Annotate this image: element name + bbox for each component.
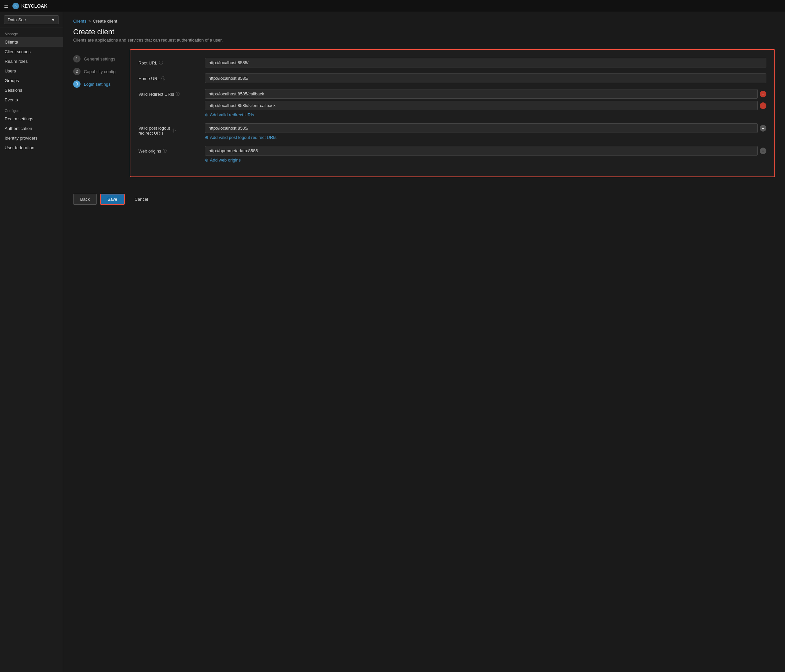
cancel-button[interactable]: Cancel — [128, 194, 155, 205]
valid-redirect-uri-row-1: − — [205, 89, 766, 99]
root-url-row: Root URL ⓘ — [138, 58, 766, 67]
wizard-steps: 1 General settings 2 Capability config 3… — [73, 49, 130, 177]
sidebar-item-clients[interactable]: Clients — [0, 37, 63, 47]
add-post-logout-uri-link[interactable]: ⊕ Add valid post logout redirect URIs — [205, 135, 766, 140]
form-actions: Back Save Cancel — [73, 187, 775, 205]
realm-selector[interactable]: Data-Sec ▼ — [0, 12, 63, 28]
breadcrumb-parent[interactable]: Clients — [73, 19, 86, 23]
step-1-number: 1 — [73, 55, 80, 62]
sidebar: Data-Sec ▼ Manage Clients Client scopes … — [0, 12, 63, 672]
valid-redirect-uri-input-2[interactable] — [205, 101, 758, 110]
remove-web-origins-uri-1-button[interactable]: − — [760, 148, 766, 154]
back-button[interactable]: Back — [73, 194, 97, 205]
sidebar-item-realm-settings[interactable]: Realm settings — [0, 114, 63, 124]
root-url-label: Root URL ⓘ — [138, 58, 205, 66]
hamburger-icon[interactable]: ☰ — [4, 3, 9, 9]
wizard-step-2[interactable]: 2 Capability config — [73, 65, 130, 78]
valid-post-logout-label: Valid post logoutredirect URIs ⓘ — [138, 123, 205, 136]
sidebar-item-user-federation[interactable]: User federation — [0, 143, 63, 153]
home-url-row: Home URL ⓘ — [138, 73, 766, 83]
valid-redirect-uris-control: − − ⊕ Add valid redirect URIs — [205, 89, 766, 117]
home-url-info-icon[interactable]: ⓘ — [161, 76, 165, 81]
valid-redirect-uris-label: Valid redirect URIs ⓘ — [138, 89, 205, 97]
web-origins-row: Web origins ⓘ − ⊕ Add web origins — [138, 146, 766, 162]
sidebar-item-sessions[interactable]: Sessions — [0, 86, 63, 95]
logo-text: KEYCLOAK — [21, 3, 48, 9]
add-web-origins-link[interactable]: ⊕ Add web origins — [205, 157, 766, 162]
valid-redirect-uris-row: Valid redirect URIs ⓘ − − ⊕ — [138, 89, 766, 117]
plus-icon-2: ⊕ — [205, 135, 208, 140]
manage-section-label: Manage — [0, 28, 63, 37]
breadcrumb: Clients > Create client — [73, 19, 775, 23]
breadcrumb-separator: > — [89, 19, 91, 23]
sidebar-item-events[interactable]: Events — [0, 95, 63, 105]
realm-name: Data-Sec — [8, 17, 26, 22]
svg-text:K: K — [14, 4, 17, 8]
web-origins-uri-row-1: − — [205, 146, 766, 156]
home-url-input[interactable] — [205, 73, 766, 83]
form-panel: Root URL ⓘ Home URL ⓘ — [130, 49, 775, 177]
main-layout: Data-Sec ▼ Manage Clients Client scopes … — [0, 12, 785, 672]
step-3-label: Login settings — [84, 82, 110, 87]
home-url-label: Home URL ⓘ — [138, 73, 205, 81]
valid-post-logout-row: Valid post logoutredirect URIs ⓘ − ⊕ Add… — [138, 123, 766, 140]
sidebar-item-authentication[interactable]: Authentication — [0, 124, 63, 133]
valid-redirect-uris-info-icon[interactable]: ⓘ — [176, 91, 180, 97]
web-origins-control: − ⊕ Add web origins — [205, 146, 766, 162]
valid-post-logout-uri-input-1[interactable] — [205, 123, 758, 133]
page-description: Clients are applications and services th… — [73, 37, 775, 42]
breadcrumb-current: Create client — [93, 19, 117, 23]
sidebar-item-client-scopes[interactable]: Client scopes — [0, 47, 63, 56]
valid-redirect-uri-input-1[interactable] — [205, 89, 758, 99]
plus-icon: ⊕ — [205, 112, 208, 117]
dropdown-arrow-icon: ▼ — [51, 17, 55, 22]
sidebar-item-groups[interactable]: Groups — [0, 76, 63, 86]
step-2-number: 2 — [73, 68, 80, 75]
step-2-label: Capability config — [84, 69, 116, 74]
content-area: Clients > Create client Create client Cl… — [63, 12, 785, 672]
sidebar-item-realm-roles[interactable]: Realm roles — [0, 56, 63, 66]
page-title: Create client — [73, 28, 775, 36]
web-origins-uri-input-1[interactable] — [205, 146, 758, 156]
add-valid-redirect-uri-link[interactable]: ⊕ Add valid redirect URIs — [205, 112, 766, 117]
realm-dropdown[interactable]: Data-Sec ▼ — [4, 15, 59, 24]
valid-post-logout-control: − ⊕ Add valid post logout redirect URIs — [205, 123, 766, 140]
web-origins-info-icon[interactable]: ⓘ — [163, 148, 167, 154]
remove-valid-redirect-uri-2-button[interactable]: − — [760, 102, 766, 109]
logo: K KEYCLOAK — [12, 2, 48, 9]
valid-redirect-uri-row-2: − — [205, 101, 766, 110]
step-3-number: 3 — [73, 80, 80, 88]
topbar: ☰ K KEYCLOAK — [0, 0, 785, 12]
wizard-step-1[interactable]: 1 General settings — [73, 53, 130, 65]
wizard-step-3[interactable]: 3 Login settings — [73, 78, 130, 90]
step-1-label: General settings — [84, 56, 116, 61]
remove-post-logout-uri-1-button[interactable]: − — [760, 125, 766, 132]
root-url-control — [205, 58, 766, 67]
remove-valid-redirect-uri-1-button[interactable]: − — [760, 91, 766, 97]
root-url-input[interactable] — [205, 58, 766, 67]
save-button[interactable]: Save — [100, 194, 125, 205]
configure-section-label: Configure — [0, 105, 63, 114]
home-url-control — [205, 73, 766, 83]
web-origins-label: Web origins ⓘ — [138, 146, 205, 154]
valid-post-logout-uri-row-1: − — [205, 123, 766, 133]
wizard: 1 General settings 2 Capability config 3… — [73, 49, 775, 177]
valid-post-logout-info-icon[interactable]: ⓘ — [172, 128, 176, 134]
keycloak-logo-icon: K — [12, 2, 19, 9]
plus-icon-3: ⊕ — [205, 157, 208, 162]
sidebar-item-users[interactable]: Users — [0, 66, 63, 76]
sidebar-item-identity-providers[interactable]: Identity providers — [0, 133, 63, 143]
root-url-info-icon[interactable]: ⓘ — [159, 60, 163, 66]
